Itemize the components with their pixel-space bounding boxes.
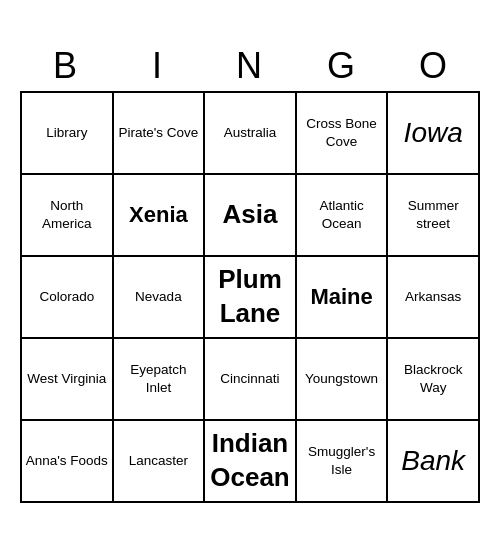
bingo-cell: Blackrock Way — [388, 339, 480, 421]
header-letter: N — [204, 41, 296, 91]
bingo-cell: North America — [22, 175, 114, 257]
bingo-cell: Indian Ocean — [205, 421, 297, 503]
bingo-cell: Summer street — [388, 175, 480, 257]
header-letter: G — [296, 41, 388, 91]
bingo-cell: Australia — [205, 93, 297, 175]
bingo-card: BINGO LibraryPirate's CoveAustraliaCross… — [20, 41, 480, 503]
bingo-cell: Arkansas — [388, 257, 480, 339]
bingo-cell: Xenia — [114, 175, 206, 257]
bingo-cell: Pirate's Cove — [114, 93, 206, 175]
bingo-cell: Iowa — [388, 93, 480, 175]
bingo-cell: Cincinnati — [205, 339, 297, 421]
header-letter: I — [112, 41, 204, 91]
bingo-cell: Eyepatch Inlet — [114, 339, 206, 421]
bingo-cell: Lancaster — [114, 421, 206, 503]
bingo-cell: Library — [22, 93, 114, 175]
bingo-cell: West Virginia — [22, 339, 114, 421]
bingo-cell: Asia — [205, 175, 297, 257]
bingo-cell: Plum Lane — [205, 257, 297, 339]
bingo-cell: Colorado — [22, 257, 114, 339]
bingo-cell: Atlantic Ocean — [297, 175, 389, 257]
bingo-cell: Nevada — [114, 257, 206, 339]
bingo-cell: Bank — [388, 421, 480, 503]
bingo-cell: Cross Bone Cove — [297, 93, 389, 175]
bingo-cell: Youngstown — [297, 339, 389, 421]
bingo-header: BINGO — [20, 41, 480, 91]
bingo-cell: Anna's Foods — [22, 421, 114, 503]
bingo-grid: LibraryPirate's CoveAustraliaCross Bone … — [20, 91, 480, 503]
header-letter: B — [20, 41, 112, 91]
bingo-cell: Smuggler's Isle — [297, 421, 389, 503]
bingo-cell: Maine — [297, 257, 389, 339]
header-letter: O — [388, 41, 480, 91]
